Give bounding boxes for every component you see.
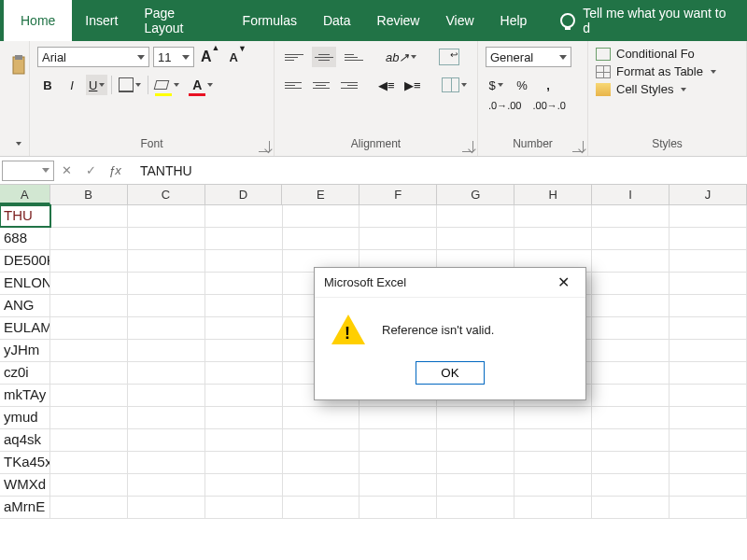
cell[interactable]	[669, 497, 747, 518]
cell[interactable]	[50, 317, 128, 339]
cell[interactable]: aMrnE	[0, 497, 50, 518]
cell[interactable]	[128, 362, 205, 384]
cell[interactable]	[437, 429, 514, 451]
font-name-combo[interactable]: Arial	[37, 47, 149, 67]
cell[interactable]	[592, 250, 669, 272]
column-header-J[interactable]: J	[669, 185, 747, 204]
cell[interactable]	[514, 429, 592, 451]
wrap-text-button[interactable]	[436, 47, 462, 67]
name-box[interactable]	[2, 161, 54, 181]
cell[interactable]	[50, 250, 128, 272]
cell[interactable]	[128, 407, 205, 428]
cell[interactable]: TKa45x	[0, 452, 50, 473]
cell[interactable]	[128, 340, 205, 361]
cell[interactable]	[669, 317, 747, 339]
decrease-decimal-button[interactable]: .00→.0	[529, 95, 568, 116]
cell[interactable]: 688	[0, 228, 50, 249]
column-header-H[interactable]: H	[514, 185, 592, 204]
cell[interactable]	[514, 497, 592, 518]
cell-styles-button[interactable]: Cell Styles	[596, 82, 739, 96]
tab-data[interactable]: Data	[310, 0, 364, 41]
cell[interactable]	[592, 362, 669, 384]
cell[interactable]	[205, 497, 283, 518]
cell[interactable]	[669, 429, 747, 451]
cell[interactable]	[128, 385, 205, 406]
borders-button[interactable]	[116, 75, 144, 95]
paste-button[interactable]	[7, 47, 30, 84]
tab-help[interactable]: Help	[487, 0, 541, 41]
cell[interactable]	[514, 228, 592, 249]
column-header-B[interactable]: B	[50, 185, 128, 204]
align-middle-button[interactable]	[312, 47, 336, 67]
cell[interactable]	[205, 407, 283, 428]
align-center-button[interactable]	[310, 75, 332, 95]
cell[interactable]	[205, 295, 283, 316]
cell[interactable]	[205, 273, 283, 294]
cell[interactable]	[128, 295, 205, 316]
cell[interactable]: THU	[0, 205, 50, 227]
font-dialog-launcher[interactable]	[259, 141, 270, 152]
align-bottom-button[interactable]	[342, 47, 366, 67]
cancel-formula-button[interactable]: ✕	[54, 163, 78, 177]
cell[interactable]	[50, 205, 128, 227]
cell[interactable]	[50, 362, 128, 384]
orientation-button[interactable]: ab↗	[383, 47, 419, 67]
cell[interactable]	[437, 452, 514, 473]
cell[interactable]	[359, 407, 437, 428]
paste-dropdown[interactable]	[7, 135, 28, 152]
cell[interactable]	[283, 429, 360, 451]
cell[interactable]	[514, 205, 592, 227]
cell[interactable]	[669, 273, 747, 294]
merge-center-button[interactable]	[439, 75, 470, 95]
cell[interactable]	[514, 452, 592, 473]
cell[interactable]	[283, 228, 360, 249]
currency-button[interactable]: $	[486, 75, 506, 95]
cell[interactable]	[205, 317, 283, 339]
cell[interactable]	[128, 474, 205, 496]
cell[interactable]	[359, 452, 437, 473]
cell[interactable]	[592, 385, 669, 406]
cell[interactable]: ENLONG	[0, 273, 50, 294]
cell[interactable]	[50, 497, 128, 518]
cell[interactable]	[128, 497, 205, 518]
cell[interactable]	[669, 295, 747, 316]
number-dialog-launcher[interactable]	[572, 141, 584, 152]
cell[interactable]	[205, 362, 283, 384]
cell[interactable]	[592, 228, 669, 249]
column-header-C[interactable]: C	[128, 185, 205, 204]
cell[interactable]	[283, 497, 360, 518]
cell[interactable]	[50, 295, 128, 316]
cell[interactable]	[50, 474, 128, 496]
cell[interactable]	[437, 497, 514, 518]
cell[interactable]	[283, 474, 360, 496]
cell[interactable]	[669, 385, 747, 406]
cell[interactable]	[592, 205, 669, 227]
alignment-dialog-launcher[interactable]	[462, 141, 473, 152]
cell[interactable]	[50, 429, 128, 451]
font-color-button[interactable]: A	[186, 75, 216, 95]
cell[interactable]	[283, 205, 360, 227]
cell[interactable]	[592, 429, 669, 451]
cell[interactable]: WMXd	[0, 474, 50, 496]
cell[interactable]	[669, 228, 747, 249]
column-header-E[interactable]: E	[282, 185, 359, 204]
tab-home[interactable]: Home	[4, 0, 72, 41]
increase-font-button[interactable]: A▲	[198, 47, 222, 67]
bold-button[interactable]: B	[37, 75, 58, 95]
tab-view[interactable]: View	[432, 0, 486, 41]
column-header-G[interactable]: G	[437, 185, 514, 204]
cell[interactable]	[514, 407, 592, 428]
cell[interactable]	[592, 407, 669, 428]
cell[interactable]	[205, 474, 283, 496]
cell[interactable]	[437, 205, 514, 227]
cell[interactable]	[592, 295, 669, 316]
cell[interactable]	[669, 407, 747, 428]
column-header-D[interactable]: D	[205, 185, 283, 204]
cell[interactable]	[669, 362, 747, 384]
cell[interactable]: ymud	[0, 407, 50, 428]
tell-me[interactable]: Tell me what you want to d	[547, 0, 747, 41]
cell[interactable]	[669, 250, 747, 272]
cell[interactable]	[50, 228, 128, 249]
cell[interactable]	[205, 429, 283, 451]
cell[interactable]: yJHm	[0, 340, 50, 361]
